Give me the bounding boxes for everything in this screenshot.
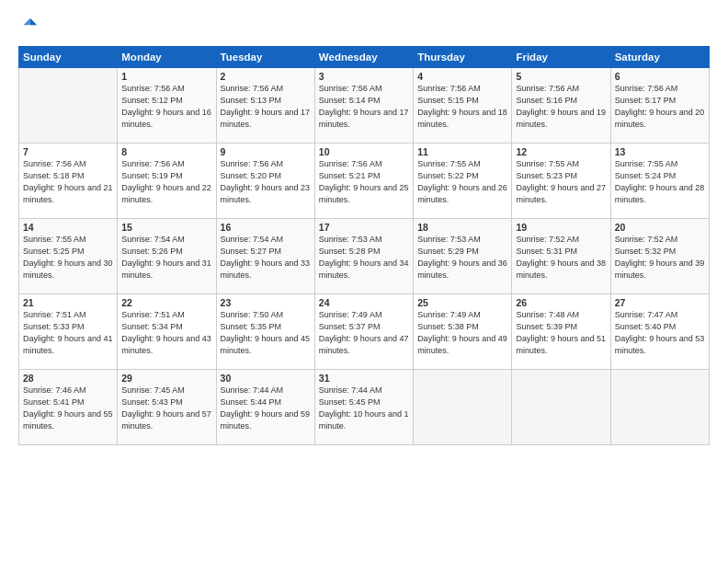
day-cell: 5Sunrise: 7:56 AMSunset: 5:16 PMDaylight…	[512, 68, 610, 144]
calendar-body: 1Sunrise: 7:56 AMSunset: 5:12 PMDaylight…	[19, 68, 710, 445]
weekday-header-tuesday: Tuesday	[216, 47, 314, 68]
day-cell: 24Sunrise: 7:49 AMSunset: 5:37 PMDayligh…	[314, 294, 413, 370]
day-cell: 17Sunrise: 7:53 AMSunset: 5:28 PMDayligh…	[314, 219, 413, 294]
day-cell: 1Sunrise: 7:56 AMSunset: 5:12 PMDaylight…	[118, 68, 216, 144]
day-number: 1	[121, 71, 211, 82]
day-number: 8	[121, 146, 211, 157]
day-number: 29	[121, 373, 211, 384]
day-info: Sunrise: 7:44 AMSunset: 5:44 PMDaylight:…	[221, 385, 311, 432]
day-info: Sunrise: 7:50 AMSunset: 5:35 PMDaylight:…	[221, 309, 311, 357]
day-cell: 25Sunrise: 7:49 AMSunset: 5:38 PMDayligh…	[414, 294, 512, 370]
day-info: Sunrise: 7:55 AMSunset: 5:24 PMDaylight:…	[615, 158, 705, 206]
day-number: 14	[23, 222, 113, 233]
day-cell: 19Sunrise: 7:52 AMSunset: 5:31 PMDayligh…	[512, 219, 610, 294]
day-info: Sunrise: 7:55 AMSunset: 5:22 PMDaylight:…	[417, 158, 507, 206]
day-cell: 16Sunrise: 7:54 AMSunset: 5:27 PMDayligh…	[216, 219, 314, 294]
day-number: 9	[221, 146, 311, 157]
day-cell: 4Sunrise: 7:56 AMSunset: 5:15 PMDaylight…	[414, 68, 512, 144]
day-number: 31	[319, 373, 409, 384]
day-cell: 10Sunrise: 7:56 AMSunset: 5:21 PMDayligh…	[314, 144, 413, 219]
day-number: 6	[615, 71, 705, 82]
day-cell: 2Sunrise: 7:56 AMSunset: 5:13 PMDaylight…	[216, 68, 314, 144]
day-cell: 21Sunrise: 7:51 AMSunset: 5:33 PMDayligh…	[19, 294, 118, 370]
day-info: Sunrise: 7:56 AMSunset: 5:20 PMDaylight:…	[221, 158, 311, 206]
logo-text	[18, 17, 42, 37]
weekday-header-wednesday: Wednesday	[314, 47, 413, 68]
day-info: Sunrise: 7:49 AMSunset: 5:37 PMDaylight:…	[319, 309, 409, 357]
day-cell: 15Sunrise: 7:54 AMSunset: 5:26 PMDayligh…	[118, 219, 216, 294]
day-cell: 11Sunrise: 7:55 AMSunset: 5:22 PMDayligh…	[414, 144, 512, 219]
day-cell: 18Sunrise: 7:53 AMSunset: 5:29 PMDayligh…	[414, 219, 512, 294]
day-number: 16	[221, 222, 311, 233]
day-cell	[414, 370, 512, 445]
weekday-row: SundayMondayTuesdayWednesdayThursdayFrid…	[19, 47, 710, 68]
day-number: 22	[121, 297, 211, 308]
day-info: Sunrise: 7:56 AMSunset: 5:21 PMDaylight:…	[319, 158, 409, 206]
day-cell: 22Sunrise: 7:51 AMSunset: 5:34 PMDayligh…	[118, 294, 216, 370]
day-cell: 29Sunrise: 7:45 AMSunset: 5:43 PMDayligh…	[118, 370, 216, 445]
day-cell: 8Sunrise: 7:56 AMSunset: 5:19 PMDaylight…	[118, 144, 216, 219]
day-number: 15	[121, 222, 211, 233]
week-row-3: 14Sunrise: 7:55 AMSunset: 5:25 PMDayligh…	[19, 219, 710, 294]
day-number: 2	[221, 71, 311, 82]
day-info: Sunrise: 7:56 AMSunset: 5:17 PMDaylight:…	[615, 83, 705, 131]
day-cell: 31Sunrise: 7:44 AMSunset: 5:45 PMDayligh…	[314, 370, 413, 445]
day-number: 12	[516, 146, 606, 157]
day-info: Sunrise: 7:54 AMSunset: 5:27 PMDaylight:…	[221, 234, 311, 282]
weekday-header-saturday: Saturday	[610, 47, 709, 68]
week-row-5: 28Sunrise: 7:46 AMSunset: 5:41 PMDayligh…	[19, 370, 710, 445]
day-info: Sunrise: 7:56 AMSunset: 5:19 PMDaylight:…	[121, 158, 211, 206]
day-cell: 23Sunrise: 7:50 AMSunset: 5:35 PMDayligh…	[216, 294, 314, 370]
day-cell: 20Sunrise: 7:52 AMSunset: 5:32 PMDayligh…	[610, 219, 709, 294]
header	[18, 17, 710, 37]
day-cell: 28Sunrise: 7:46 AMSunset: 5:41 PMDayligh…	[19, 370, 118, 445]
day-info: Sunrise: 7:46 AMSunset: 5:41 PMDaylight:…	[23, 385, 113, 432]
day-number: 23	[221, 297, 311, 308]
day-info: Sunrise: 7:55 AMSunset: 5:23 PMDaylight:…	[516, 158, 606, 206]
day-number: 17	[319, 222, 409, 233]
day-info: Sunrise: 7:51 AMSunset: 5:33 PMDaylight:…	[23, 309, 113, 357]
day-info: Sunrise: 7:56 AMSunset: 5:16 PMDaylight:…	[516, 83, 606, 131]
day-info: Sunrise: 7:53 AMSunset: 5:28 PMDaylight:…	[319, 234, 409, 282]
day-cell: 13Sunrise: 7:55 AMSunset: 5:24 PMDayligh…	[610, 144, 709, 219]
day-info: Sunrise: 7:56 AMSunset: 5:18 PMDaylight:…	[23, 158, 113, 206]
day-info: Sunrise: 7:56 AMSunset: 5:12 PMDaylight:…	[121, 83, 211, 131]
calendar-page: SundayMondayTuesdayWednesdayThursdayFrid…	[0, 0, 728, 563]
logo-icon	[18, 17, 39, 37]
day-info: Sunrise: 7:47 AMSunset: 5:40 PMDaylight:…	[615, 309, 705, 357]
day-info: Sunrise: 7:54 AMSunset: 5:26 PMDaylight:…	[121, 234, 211, 282]
day-info: Sunrise: 7:56 AMSunset: 5:13 PMDaylight:…	[221, 83, 311, 131]
day-info: Sunrise: 7:51 AMSunset: 5:34 PMDaylight:…	[121, 309, 211, 357]
day-cell: 6Sunrise: 7:56 AMSunset: 5:17 PMDaylight…	[610, 68, 709, 144]
day-number: 25	[417, 297, 507, 308]
day-cell: 14Sunrise: 7:55 AMSunset: 5:25 PMDayligh…	[19, 219, 118, 294]
day-cell: 7Sunrise: 7:56 AMSunset: 5:18 PMDaylight…	[19, 144, 118, 219]
day-info: Sunrise: 7:56 AMSunset: 5:15 PMDaylight:…	[417, 83, 507, 131]
day-number: 4	[417, 71, 507, 82]
day-cell: 3Sunrise: 7:56 AMSunset: 5:14 PMDaylight…	[314, 68, 413, 144]
day-number: 11	[417, 146, 507, 157]
week-row-4: 21Sunrise: 7:51 AMSunset: 5:33 PMDayligh…	[19, 294, 710, 370]
day-cell: 27Sunrise: 7:47 AMSunset: 5:40 PMDayligh…	[610, 294, 709, 370]
day-cell: 9Sunrise: 7:56 AMSunset: 5:20 PMDaylight…	[216, 144, 314, 219]
day-number: 3	[319, 71, 409, 82]
day-number: 10	[319, 146, 409, 157]
day-info: Sunrise: 7:44 AMSunset: 5:45 PMDaylight:…	[319, 385, 409, 432]
weekday-header-sunday: Sunday	[19, 47, 118, 68]
day-cell	[610, 370, 709, 445]
day-number: 5	[516, 71, 606, 82]
day-number: 7	[23, 146, 113, 157]
day-cell: 26Sunrise: 7:48 AMSunset: 5:39 PMDayligh…	[512, 294, 610, 370]
day-info: Sunrise: 7:52 AMSunset: 5:32 PMDaylight:…	[615, 234, 705, 282]
day-cell	[512, 370, 610, 445]
day-info: Sunrise: 7:48 AMSunset: 5:39 PMDaylight:…	[516, 309, 606, 357]
day-cell: 30Sunrise: 7:44 AMSunset: 5:44 PMDayligh…	[216, 370, 314, 445]
day-info: Sunrise: 7:56 AMSunset: 5:14 PMDaylight:…	[319, 83, 409, 131]
week-row-1: 1Sunrise: 7:56 AMSunset: 5:12 PMDaylight…	[19, 68, 710, 144]
svg-marker-0	[30, 18, 37, 25]
calendar-header: SundayMondayTuesdayWednesdayThursdayFrid…	[19, 47, 710, 68]
day-number: 20	[615, 222, 705, 233]
day-cell	[19, 68, 118, 144]
day-number: 19	[516, 222, 606, 233]
day-number: 13	[615, 146, 705, 157]
